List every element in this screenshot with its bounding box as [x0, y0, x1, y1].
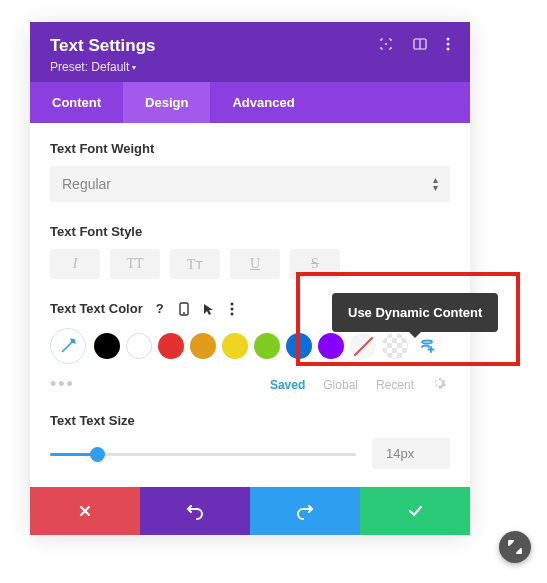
text-size-label: Text Text Size [50, 413, 450, 428]
svg-point-8 [230, 302, 233, 305]
undo-button[interactable] [140, 487, 250, 535]
help-icon[interactable]: ? [153, 302, 167, 316]
color-tab-recent[interactable]: Recent [376, 378, 414, 392]
style-capitalize-button[interactable]: Tᴛ [170, 249, 220, 279]
dynamic-content-button[interactable] [418, 337, 436, 355]
swatch-purple[interactable] [318, 333, 344, 359]
responsive-icon[interactable] [177, 302, 191, 316]
more-swatches-icon[interactable]: ••• [50, 374, 75, 395]
slider-thumb[interactable] [90, 447, 105, 462]
swatch-white[interactable] [126, 333, 152, 359]
style-italic-button[interactable]: I [50, 249, 100, 279]
expand-icon[interactable] [378, 36, 394, 56]
tab-advanced[interactable]: Advanced [210, 82, 316, 123]
svg-point-11 [72, 340, 75, 343]
swatch-transparent[interactable] [382, 333, 408, 359]
swatch-blue[interactable] [286, 333, 312, 359]
swatch-black[interactable] [94, 333, 120, 359]
settings-panel: Text Settings [30, 22, 470, 535]
tab-content[interactable]: Content [30, 82, 123, 123]
hover-icon[interactable] [201, 302, 215, 316]
panel-title: Text Settings [50, 36, 155, 56]
swatch-red[interactable] [158, 333, 184, 359]
text-color-label: Text Text Color [50, 301, 143, 316]
style-strike-button[interactable]: S [290, 249, 340, 279]
svg-point-3 [447, 38, 450, 41]
preset-selector[interactable]: Preset: Default [50, 60, 450, 74]
more-icon[interactable] [446, 36, 450, 56]
font-weight-value: Regular [62, 176, 111, 192]
panel-header: Text Settings [30, 22, 470, 82]
swatch-yellow[interactable] [222, 333, 248, 359]
svg-point-9 [230, 307, 233, 310]
font-style-label: Text Font Style [50, 224, 450, 239]
gear-icon[interactable] [432, 376, 446, 393]
footer-bar [30, 487, 470, 535]
confirm-button[interactable] [360, 487, 470, 535]
svg-point-5 [447, 48, 450, 51]
color-tab-saved[interactable]: Saved [270, 378, 305, 392]
redo-button[interactable] [250, 487, 360, 535]
svg-point-4 [447, 43, 450, 46]
swatch-orange[interactable] [190, 333, 216, 359]
color-tab-global[interactable]: Global [323, 378, 358, 392]
tabs-bar: Content Design Advanced [30, 82, 470, 123]
select-caret-icon: ▴▾ [433, 176, 438, 192]
cancel-button[interactable] [30, 487, 140, 535]
tab-design[interactable]: Design [123, 82, 210, 123]
svg-point-0 [385, 43, 387, 45]
font-weight-label: Text Font Weight [50, 141, 450, 156]
style-underline-button[interactable]: U [230, 249, 280, 279]
color-picker-button[interactable] [50, 328, 86, 364]
swatch-green[interactable] [254, 333, 280, 359]
font-weight-select[interactable]: Regular ▴▾ [50, 166, 450, 202]
resize-handle[interactable] [499, 531, 531, 563]
dynamic-content-tooltip: Use Dynamic Content [332, 293, 498, 332]
svg-point-10 [230, 312, 233, 315]
options-icon[interactable] [225, 302, 239, 316]
color-swatches [50, 328, 450, 364]
text-size-input[interactable]: 14px [372, 438, 450, 469]
panel-icon[interactable] [412, 36, 428, 56]
style-uppercase-button[interactable]: TT [110, 249, 160, 279]
swatch-none[interactable] [350, 333, 376, 359]
text-size-slider[interactable] [50, 444, 356, 464]
